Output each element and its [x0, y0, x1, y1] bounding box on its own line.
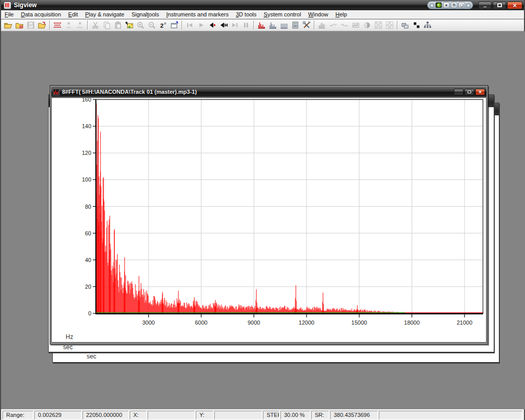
probe-2-button[interactable] [339, 20, 350, 30]
fft-window-titlebar[interactable]: 8#FFT( 5#H:\ANACONDA\Track 01 (master).m… [51, 87, 487, 97]
menu-data-acquisition[interactable]: Data acquisition [17, 10, 65, 18]
nav-end-icon [231, 21, 239, 29]
marker-button[interactable] [361, 20, 373, 30]
workspace-tree-button[interactable] [422, 20, 433, 30]
background-window-2-unit-label: sec [87, 353, 96, 360]
fft-close-button[interactable]: × [475, 89, 485, 95]
toolbar-group-7 [399, 20, 433, 30]
histogram-button[interactable] [316, 20, 328, 30]
comb-analysis-button[interactable] [278, 20, 290, 30]
calculator-button[interactable] [290, 20, 301, 30]
fft-red-icon [257, 21, 266, 29]
menubar: FileData acquisitionEditPlay & navigateS… [1, 10, 524, 19]
fft-chart[interactable]: 0204060801001201401603000600090001200015… [51, 97, 487, 343]
menu-3d-tools[interactable]: 3D tools [232, 10, 260, 18]
svg-text:stop: stop [77, 26, 83, 29]
window-title: Sigview [14, 2, 37, 9]
tile-windows-button[interactable] [411, 20, 422, 30]
rec-icon: rec [65, 21, 73, 29]
toolbar-group-1: ext [3, 20, 48, 30]
marker-icon [363, 21, 371, 29]
toolbar-group-5 [256, 20, 312, 30]
fft-window-icon [53, 89, 59, 95]
texture-b-button[interactable] [384, 20, 395, 30]
nvidia-logo-button[interactable] [435, 2, 442, 8]
open-file-extended-button[interactable]: ext [14, 20, 25, 30]
minimize-icon [457, 93, 460, 94]
hist-icon [318, 21, 326, 29]
open-file-button[interactable] [3, 20, 14, 30]
folder-red-icon [38, 21, 46, 29]
zoom-out-button[interactable] [146, 20, 157, 30]
instrument-button[interactable] [350, 20, 361, 30]
fft-spectrum-plot[interactable]: 0204060801001201401603000600090001200015… [52, 98, 487, 343]
titlebar[interactable]: Sigview ▾ ⧉ ❏ × [1, 0, 524, 10]
menu-play-navigate[interactable]: Play & navigate [82, 10, 128, 18]
spectrogram-button[interactable] [267, 20, 278, 30]
menu-window[interactable]: Window [305, 10, 332, 18]
menu-system-control[interactable]: System control [260, 10, 305, 18]
stop-button[interactable]: stop [74, 20, 86, 30]
power-of-two-button[interactable]: 2n [157, 20, 169, 30]
open-recent-button[interactable] [36, 20, 48, 30]
menu-signal-tools[interactable]: Signal tools [128, 10, 163, 18]
screen-capture-button[interactable]: ▾ [443, 2, 450, 8]
play-h-icon [219, 21, 228, 29]
svg-text:12000: 12000 [299, 319, 315, 326]
cascade-windows-button[interactable] [399, 20, 411, 30]
menu-instruments-and-markers[interactable]: Instruments and markers [163, 10, 232, 18]
fft-minimize-button[interactable] [454, 89, 463, 95]
menu-edit[interactable]: Edit [65, 10, 82, 18]
status-panel-step: STEP [263, 411, 279, 419]
minimize-icon [483, 6, 487, 8]
save-button[interactable] [25, 20, 36, 30]
play-button[interactable] [195, 20, 207, 30]
data-acquisition-button[interactable] [52, 20, 63, 30]
paste-button[interactable] [112, 20, 124, 30]
play-from-marker-button[interactable] [218, 20, 229, 30]
play-to-marker-button[interactable] [207, 20, 218, 30]
cut-button[interactable] [90, 20, 101, 30]
copy-button[interactable] [101, 20, 112, 30]
acq-matrix-icon [53, 21, 62, 29]
titlebar-extra-button-left[interactable] [430, 3, 434, 8]
status-panel-sr: SR: [311, 411, 329, 419]
toolbar-group-4 [184, 20, 252, 30]
status-panel-380-43573696: 380.43573696 [330, 411, 378, 419]
zoom-in-icon [136, 21, 145, 29]
record-button[interactable]: rec [63, 20, 74, 30]
save-icon [27, 21, 35, 29]
probe-1-button[interactable] [328, 20, 339, 30]
window-snap-button[interactable]: ⧉ [451, 2, 457, 8]
zoom-out-icon [148, 21, 156, 29]
fft-maximize-button[interactable] [465, 89, 474, 95]
tile-icon [412, 21, 420, 29]
zoom-in-button[interactable] [135, 20, 146, 30]
texture-a-button[interactable] [373, 20, 384, 30]
maximize-button[interactable] [493, 2, 506, 9]
cascade-icon [401, 21, 409, 29]
svg-text:160: 160 [82, 98, 91, 103]
close-icon: × [478, 89, 481, 95]
toolbar-group-6 [316, 20, 395, 30]
titlebar-extra-button-right[interactable] [466, 3, 471, 8]
svg-text:100: 100 [82, 176, 91, 183]
calc-icon [291, 21, 299, 29]
pause-button[interactable] [240, 20, 252, 30]
go-to-start-button[interactable] [184, 20, 195, 30]
menu-file[interactable]: File [1, 10, 17, 18]
go-to-end-button[interactable] [229, 20, 240, 30]
fft-button[interactable] [256, 20, 267, 30]
properties-button[interactable] [169, 20, 180, 30]
tree-icon [423, 21, 432, 29]
minimize-button[interactable] [478, 2, 492, 9]
signal-tools-button[interactable] [301, 20, 312, 30]
menu-help[interactable]: Help [332, 10, 351, 18]
copy-image-button[interactable] [124, 20, 135, 30]
status-panel-empty-6 [214, 411, 262, 419]
status-panel-empty-11 [379, 411, 522, 419]
windows-stack-button[interactable]: ❏ [458, 2, 465, 8]
close-button[interactable]: × [507, 2, 522, 9]
toolbar-group-3: 2n [90, 20, 180, 30]
nvidia-titlebar-toolbar: ▾ ⧉ ❏ [427, 1, 473, 9]
